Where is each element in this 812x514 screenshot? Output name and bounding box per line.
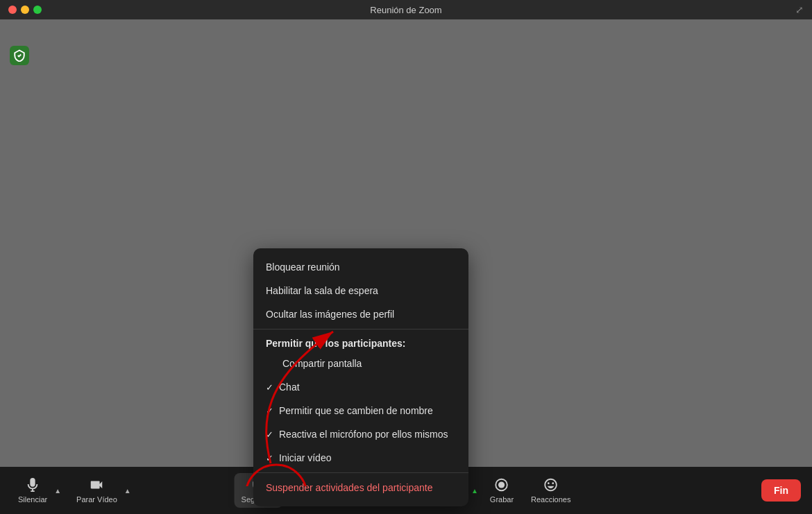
record-label: Grabar [490, 495, 514, 504]
record-button[interactable]: Grabar [481, 473, 523, 508]
reactions-label: Reacciones [531, 495, 570, 504]
toolbar-left: Silenciar ▲ Parar Vídeo ▲ [11, 473, 133, 508]
silence-chevron[interactable]: ▲ [53, 487, 62, 495]
menu-item-start-video[interactable]: ✓ Iniciar vídeo [253, 446, 468, 470]
camera-icon [89, 477, 104, 492]
video-chevron[interactable]: ▲ [123, 487, 133, 495]
close-button[interactable] [8, 6, 17, 14]
title-bar: Reunión de Zoom ⤢ [0, 0, 812, 19]
minimize-button[interactable] [21, 6, 29, 14]
stop-video-label: Parar Vídeo [76, 495, 117, 504]
toolbar-right: Fin [761, 479, 801, 502]
end-button[interactable]: Fin [761, 479, 801, 502]
share-chevron[interactable]: ▲ [470, 487, 480, 495]
menu-item-rename[interactable]: ✓ Permitir que se cambien de nombre [253, 399, 468, 422]
stop-video-button[interactable]: Parar Vídeo [69, 473, 124, 508]
menu-item-share-screen[interactable]: Compartir pantalla [253, 352, 468, 375]
mic-icon [25, 477, 40, 492]
menu-item-unmute[interactable]: ✓ Reactiva el micrófono por ellos mismos [253, 422, 468, 446]
security-dropdown: Bloquear reunión Habilitar la sala de es… [253, 248, 468, 506]
security-badge[interactable] [10, 46, 29, 65]
window-title: Reunión de Zoom [370, 5, 441, 15]
silence-label: Silenciar [18, 495, 47, 504]
menu-item-waiting-room[interactable]: Habilitar la sala de espera [253, 279, 468, 302]
video-area: Bloquear reunión Habilitar la sala de es… [0, 19, 812, 486]
silence-button[interactable]: Silenciar [11, 473, 54, 508]
reactions-icon [543, 477, 559, 492]
menu-item-suspend[interactable]: Suspender actividades del participante [253, 476, 468, 499]
traffic-lights [8, 6, 42, 14]
expand-icon[interactable]: ⤢ [795, 4, 804, 15]
svg-point-3 [498, 481, 505, 488]
menu-item-hide-profiles[interactable]: Ocultar las imágenes de perfil [253, 302, 468, 326]
menu-divider-2 [253, 472, 468, 473]
menu-section-title: Permitir que los participantes: [253, 332, 468, 352]
menu-item-lock[interactable]: Bloquear reunión [253, 255, 468, 279]
record-icon [494, 477, 509, 492]
menu-divider-1 [253, 329, 468, 329]
reactions-button[interactable]: Reacciones [524, 473, 577, 508]
maximize-button[interactable] [33, 6, 42, 14]
menu-item-chat[interactable]: ✓ Chat [253, 375, 468, 399]
